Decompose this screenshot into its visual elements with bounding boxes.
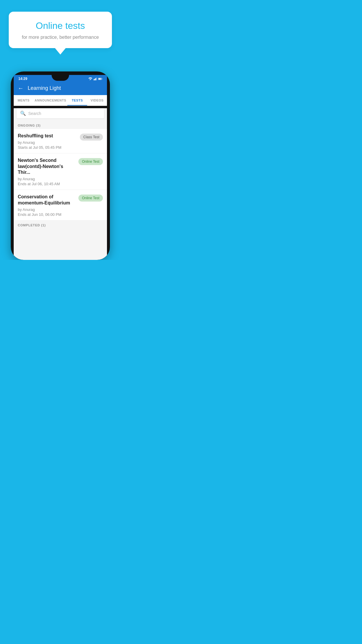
svg-rect-6 bbox=[99, 78, 101, 79]
svg-rect-1 bbox=[94, 78, 95, 80]
test-info: Newton's Second law(contd)-Newton's Thir… bbox=[18, 158, 78, 186]
phone-mockup-wrapper: 14:29 bbox=[0, 71, 121, 260]
svg-rect-5 bbox=[102, 78, 102, 79]
test-by: by Anurag bbox=[18, 207, 75, 212]
app-bar: ← Learning Light bbox=[14, 82, 107, 95]
back-button[interactable]: ← bbox=[18, 85, 24, 92]
search-icon: 🔍 bbox=[20, 111, 26, 116]
test-item[interactable]: Conservation of momentum-Equilibrium by … bbox=[14, 190, 107, 220]
search-input[interactable]: Search bbox=[28, 111, 41, 116]
status-bar: 14:29 bbox=[14, 75, 107, 82]
promo-section: Online tests for more practice, better p… bbox=[0, 0, 121, 54]
test-name: Reshuffling test bbox=[18, 133, 77, 139]
svg-rect-2 bbox=[95, 78, 96, 80]
bubble-subtitle: for more practice, better performance bbox=[17, 35, 103, 40]
phone-bottom bbox=[14, 254, 107, 260]
search-bar[interactable]: 🔍 Search bbox=[17, 108, 104, 118]
phone-mockup: 14:29 bbox=[11, 71, 110, 260]
tab-announcements[interactable]: ANNOUNCEMENTS bbox=[34, 95, 68, 106]
tab-ments[interactable]: MENTS bbox=[14, 95, 34, 106]
ongoing-header: ONGOING (3) bbox=[14, 121, 107, 129]
app-title: Learning Light bbox=[28, 85, 61, 91]
speech-bubble: Online tests for more practice, better p… bbox=[9, 12, 112, 48]
test-item[interactable]: Newton's Second law(contd)-Newton's Thir… bbox=[14, 153, 107, 190]
svg-rect-3 bbox=[96, 77, 97, 80]
svg-rect-0 bbox=[94, 79, 94, 80]
test-name: Conservation of momentum-Equilibrium bbox=[18, 194, 75, 206]
signal-icon bbox=[94, 77, 97, 80]
test-item[interactable]: Reshuffling test by Anurag Starts at Jul… bbox=[14, 129, 107, 153]
test-badge: Class Test bbox=[80, 134, 103, 141]
completed-header: COMPLETED (1) bbox=[14, 220, 107, 230]
test-badge: Online Test bbox=[78, 158, 103, 165]
tab-videos[interactable]: VIDEOS bbox=[87, 95, 107, 106]
tab-tests[interactable]: TESTS bbox=[67, 95, 87, 106]
phone-notch bbox=[52, 75, 69, 81]
status-time: 14:29 bbox=[18, 77, 27, 81]
test-time: Ends at Jul 06, 10:45 AM bbox=[18, 182, 75, 186]
test-time: Starts at Jul 05, 05:45 PM bbox=[18, 145, 77, 150]
wifi-icon bbox=[88, 77, 92, 80]
battery-icon bbox=[98, 77, 102, 80]
test-info: Reshuffling test by Anurag Starts at Jul… bbox=[18, 133, 80, 150]
tab-bar: MENTS ANNOUNCEMENTS TESTS VIDEOS bbox=[14, 95, 107, 106]
test-name: Newton's Second law(contd)-Newton's Thir… bbox=[18, 158, 75, 176]
status-icons bbox=[88, 77, 102, 80]
test-by: by Anurag bbox=[18, 140, 77, 145]
phone-content: 🔍 Search ONGOING (3) Reshuffling test by… bbox=[14, 108, 107, 254]
test-time: Ends at Jun 10, 06:00 PM bbox=[18, 212, 75, 217]
test-info: Conservation of momentum-Equilibrium by … bbox=[18, 194, 78, 217]
bubble-title: Online tests bbox=[17, 20, 103, 31]
test-badge: Online Test bbox=[78, 195, 103, 202]
test-by: by Anurag bbox=[18, 177, 75, 181]
